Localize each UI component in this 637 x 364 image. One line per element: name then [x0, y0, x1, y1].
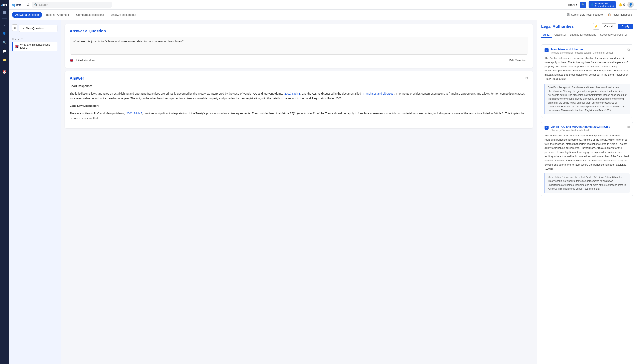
short-response-mid: , and the Act, as discussed in the docum… [300, 92, 363, 95]
source-1-info: Franchises and Liberties The law of the … [550, 48, 625, 54]
svg-text:lex: lex [3, 4, 7, 6]
handbook-label: Tester Handbook [612, 13, 632, 16]
question-card: Answer a Question 🇬🇧 United Kingdom Edit… [65, 24, 533, 68]
user-info: Vincent AI Research Assistant [595, 2, 614, 8]
user-button[interactable]: 👤 Vincent AI Research Assistant [588, 1, 616, 8]
country-selector[interactable]: Brazil ▾ [568, 3, 577, 6]
source-1-quote: Specific rules apply to franchises and t… [544, 84, 629, 114]
history-flag: 🇬🇧 [15, 44, 19, 48]
source-2-info: Vendo PLC and Mervyn Adams [2002] NICh 3… [550, 125, 625, 132]
question-footer: 🇬🇧 United Kingdom Edit Question [70, 58, 528, 63]
source-2-body: The jurisdiction of the United Kingdom h… [544, 134, 629, 171]
chevron-down-icon: ▾ [576, 3, 577, 6]
left-panel: ⊞ ＋ New Question HISTORY 🇬🇧 What are thi… [9, 20, 61, 364]
search-button[interactable]: 🔍 [580, 2, 586, 8]
right-panel-actions: ⚡ Cancel Apply [593, 23, 633, 30]
short-response-intro: The jurisdiction's laws and rules on est… [70, 92, 284, 95]
sidebar-toggle-button[interactable]: ⊞ [12, 24, 18, 31]
search-icon: 🔍 [34, 3, 38, 6]
right-panel: Legal Authorities ⚡ Cancel Apply All (2)… [537, 20, 637, 364]
search-placeholder: Search [39, 3, 48, 6]
source-card-2: ✓ Vendo PLC and Mervyn Adams [2002] NICh… [541, 122, 633, 196]
user-name: Vincent AI [595, 2, 614, 5]
submit-feedback-link[interactable]: 💬 Submit Beta Test Feedback [565, 12, 605, 18]
case-law-intro: The case of Vendo PLC and Mervyn Adams, [70, 112, 126, 115]
sidebar-clock-icon[interactable]: ⏰ [1, 68, 8, 76]
sidebar-home-icon[interactable]: ⌂ [1, 21, 8, 28]
secondary-navigation: Answer a Question Build an Argument Comp… [9, 10, 637, 20]
user-icon: 👤 [590, 3, 594, 6]
answer-card-header: Answer ⧉ [70, 76, 528, 80]
source-2-subtitle: Chancery Division (Northern Ireland) [550, 129, 625, 132]
avatar[interactable]: 👤 [627, 2, 634, 8]
question-jurisdiction: 🇬🇧 United Kingdom [70, 59, 95, 62]
jurisdiction-flag: 🇬🇧 [70, 59, 73, 62]
source-2-quote: Under Article 1 it was declared that Art… [544, 174, 629, 193]
link-franchises-liberties[interactable]: Franchises and Liberties [363, 92, 393, 95]
tab-all[interactable]: All (2) [541, 32, 552, 38]
sidebar-menu-icon[interactable]: ☰ [1, 9, 8, 16]
handbook-icon: 📋 [608, 13, 611, 16]
new-question-button[interactable]: ＋ New Question [19, 25, 58, 32]
source-2-title[interactable]: Vendo PLC and Mervyn Adams [2002] NICh 3 [550, 125, 610, 128]
right-panel-title: Legal Authorities [541, 24, 574, 29]
source-card-2-header: ✓ Vendo PLC and Mervyn Adams [2002] NICh… [544, 125, 629, 132]
sidebar: v| lex ☰ ⌂ 👤 🔍 💬 📁 ⏰ — [0, 0, 9, 364]
sidebar-folder-icon[interactable]: 📁 [1, 56, 8, 64]
edit-question-button[interactable]: Edit Question [507, 58, 528, 63]
link-2002-nich-3-second[interactable]: [2002] NIch 3 [126, 112, 142, 115]
source-card-1: ✓ Franchises and Liberties The law of th… [541, 44, 633, 118]
new-question-label: New Question [26, 27, 44, 30]
link-2002-nich-3-first[interactable]: [2002] NIch 3 [284, 92, 300, 95]
panel-header-row: ⊞ ＋ New Question [12, 23, 58, 32]
vlex-logo[interactable]: v| lex [12, 2, 24, 8]
answer-card-title: Answer [70, 76, 84, 80]
feedback-icon: 💬 [567, 13, 570, 16]
nav-build-argument[interactable]: Build an Argument [43, 12, 72, 18]
notification-icon[interactable]: 🔔 0 [618, 3, 625, 6]
notification-count: 0 [623, 3, 625, 6]
source-1-checkbox[interactable]: ✓ [544, 48, 548, 52]
svg-text:v|: v| [1, 4, 3, 6]
tester-handbook-link[interactable]: 📋 Tester Handbook [606, 12, 634, 18]
answer-copy-button[interactable]: ⧉ [525, 76, 528, 80]
middle-panel: Answer a Question 🇬🇧 United Kingdom Edit… [61, 20, 537, 364]
source-2-checkbox[interactable]: ✓ [544, 126, 548, 130]
nav-analyze-documents[interactable]: Analyze Documents [108, 12, 139, 18]
sidebar-logo: v| lex [1, 2, 8, 7]
cancel-button[interactable]: Cancel [601, 24, 616, 30]
tab-secondary-sources[interactable]: Secondary Sources (1) [598, 32, 629, 38]
sidebar-chat-icon[interactable]: 💬 [1, 48, 8, 54]
apply-button[interactable]: Apply [618, 24, 633, 29]
tab-cases[interactable]: Cases (1) [552, 32, 567, 38]
nav-answer-question[interactable]: Answer a Question [12, 12, 42, 18]
source-1-subtitle: The law of the manor - second edition - … [550, 52, 625, 54]
sidebar-search-icon[interactable]: 🔍 [1, 38, 8, 46]
content-area: ⊞ ＋ New Question HISTORY 🇬🇧 What are thi… [9, 20, 637, 364]
source-2-copy-button[interactable]: ⧉ [627, 125, 629, 129]
right-panel-header: Legal Authorities ⚡ Cancel Apply All (2)… [537, 20, 637, 41]
history-item[interactable]: 🇬🇧 What are this jurisdiction's laws ... [12, 42, 58, 51]
answer-card: Answer ⧉ Short Response: The jurisdictio… [65, 71, 533, 128]
history-item-text: What are this jurisdiction's laws ... [20, 43, 56, 49]
tab-statutes[interactable]: Statutes & Regulations [567, 32, 598, 38]
history-icon[interactable]: ↺ [27, 2, 30, 7]
sidebar-divider-2 [2, 66, 7, 66]
sidebar-person-icon[interactable]: 👤 [1, 30, 8, 37]
filter-icon-button[interactable]: ⚡ [593, 23, 599, 30]
right-panel-title-row: Legal Authorities ⚡ Cancel Apply [541, 23, 633, 30]
nav-compare-jurisdictions[interactable]: Compare Jurisdictions [73, 12, 107, 18]
question-textarea[interactable] [70, 36, 528, 54]
user-role: Research Assistant [595, 5, 614, 8]
sidebar-minus-icon[interactable]: — [1, 77, 8, 84]
source-1-copy-button[interactable]: ⧉ [627, 48, 629, 52]
question-card-title: Answer a Question [70, 29, 528, 34]
history-label: HISTORY [12, 38, 58, 40]
jurisdiction-name: United Kingdom [75, 59, 95, 62]
source-1-body: The Act has introduced a new classificat… [544, 56, 629, 81]
search-bar[interactable]: 🔍 Search [32, 2, 112, 8]
source-1-title[interactable]: Franchises and Liberties [550, 48, 583, 51]
short-response-label: Short Response: [70, 84, 528, 88]
source-card-1-header: ✓ Franchises and Liberties The law of th… [544, 48, 629, 54]
svg-text:lex: lex [16, 2, 21, 7]
